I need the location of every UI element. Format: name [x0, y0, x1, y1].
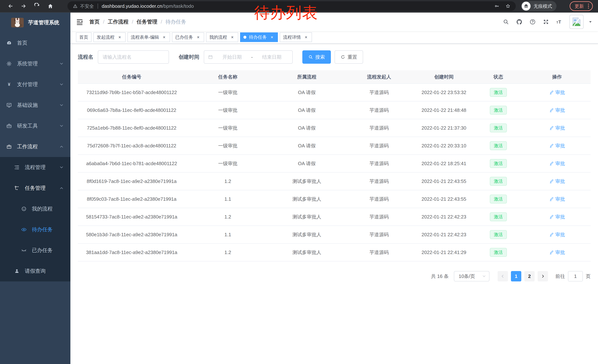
approve-button[interactable]: 审批	[549, 143, 565, 149]
tab-待办任务[interactable]: 待办任务×	[240, 32, 278, 42]
github-icon[interactable]	[516, 19, 523, 25]
breadcrumb-separator: /	[132, 19, 133, 25]
approve-button[interactable]: 审批	[549, 231, 565, 238]
cell-starter: 芋道源码	[343, 249, 415, 256]
update-button[interactable]: 更新	[570, 1, 593, 11]
table-row: 8f0d1619-7ac8-11ec-a9e2-a2380e71991a1.2测…	[78, 173, 590, 190]
browser-home-icon[interactable]	[44, 1, 57, 11]
tab-close-icon[interactable]: ×	[269, 35, 274, 40]
sidebar-item-todo-tasks[interactable]: 待办任务	[0, 219, 70, 240]
sidebar-item-workflow[interactable]: 工作流程	[0, 136, 70, 157]
page-number-1[interactable]: 1	[511, 271, 521, 281]
cell-status: 激活	[473, 194, 523, 203]
fullscreen-icon[interactable]	[543, 19, 549, 25]
sidebar-item-infrastructure[interactable]: 基础设施	[0, 95, 70, 115]
next-page-button[interactable]	[538, 271, 548, 281]
edit-icon	[549, 214, 554, 219]
browser-forward-icon[interactable]	[17, 1, 30, 11]
goto-page-input[interactable]	[568, 271, 583, 281]
calendar-icon	[208, 54, 213, 60]
avatar-caret-down-icon[interactable]	[588, 20, 592, 24]
table-header-row: 任务编号任务名称所属流程流程发起人创建时间状态操作	[78, 70, 590, 84]
yen-icon: ¥	[6, 82, 12, 87]
cell-process: OA 请假	[270, 160, 343, 167]
browser-reload-icon[interactable]	[30, 1, 44, 11]
reset-button[interactable]: 重置	[335, 50, 363, 64]
approve-button[interactable]: 审批	[549, 125, 565, 131]
help-icon[interactable]	[530, 19, 536, 25]
breadcrumb: 首页/工作流程/任务管理/待办任务	[89, 18, 186, 25]
password-key-icon[interactable]	[494, 4, 499, 9]
cell-create-time: 2022-01-22 21:37:30	[415, 125, 473, 131]
tab-我的流程[interactable]: 我的流程×	[206, 32, 238, 42]
sidebar-logo-row[interactable]: 芋道管理系统	[0, 13, 70, 32]
tab-close-icon[interactable]: ×	[230, 35, 235, 40]
browser-back-icon[interactable]	[4, 1, 17, 11]
prev-page-button[interactable]	[498, 271, 508, 281]
cell-task-id: 73211d9d-7b9b-11ec-b5b7-acde48001122	[78, 90, 185, 95]
date-range-picker[interactable]: 开始日期 - 结束日期	[204, 50, 293, 64]
approve-button[interactable]: 审批	[549, 196, 565, 202]
cell-task-name: 1.1	[185, 232, 270, 238]
breadcrumb-separator: /	[103, 19, 105, 25]
screen: 不安全 dashboard.yudao.iocoder.cn /bpm/task…	[0, 0, 598, 364]
tab-流程表单-编辑[interactable]: 流程表单-编辑×	[127, 32, 170, 42]
address-bar[interactable]: 不安全 dashboard.yudao.iocoder.cn /bpm/task…	[67, 1, 516, 11]
approve-button[interactable]: 审批	[549, 107, 565, 113]
tab-close-icon[interactable]: ×	[303, 35, 309, 40]
breadcrumb-item[interactable]: 工作流程	[108, 18, 129, 25]
page-number-2[interactable]: 2	[524, 271, 535, 281]
sidebar-item-my-process[interactable]: 我的流程	[0, 198, 70, 219]
breadcrumb-item[interactable]: 首页	[89, 18, 100, 25]
breadcrumb-item[interactable]: 任务管理	[137, 18, 158, 25]
page-size-select[interactable]: 10条/页	[454, 271, 490, 281]
status-badge: 激活	[490, 177, 507, 186]
tab-首页[interactable]: 首页	[76, 32, 91, 42]
browser-menu-icon[interactable]	[588, 4, 589, 8]
sidebar-item-payment[interactable]: ¥支付管理	[0, 74, 70, 95]
tab-发起流程[interactable]: 发起流程×	[93, 32, 126, 42]
tab-close-icon[interactable]: ×	[162, 35, 167, 40]
sidebar-item-task-mgmt[interactable]: 任务管理	[0, 178, 70, 198]
sidebar-item-system[interactable]: 系统管理	[0, 53, 70, 74]
tab-已办任务[interactable]: 已办任务×	[172, 32, 204, 42]
approve-button[interactable]: 审批	[549, 214, 565, 220]
todo-task-table: 任务编号任务名称所属流程流程发起人创建时间状态操作 73211d9d-7b9b-…	[78, 70, 590, 261]
search-button[interactable]: 搜索	[302, 50, 331, 64]
tab-流程详情[interactable]: 流程详情×	[280, 32, 312, 42]
sidebar-item-home[interactable]: 首页	[0, 32, 70, 53]
table-row: 58154733-7ac8-11ec-a9e2-a2380e71991a1.2测…	[78, 208, 590, 226]
bookmark-star-icon[interactable]	[505, 4, 511, 9]
tab-close-icon[interactable]: ×	[196, 35, 201, 40]
cell-starter: 芋道源码	[343, 125, 415, 131]
approve-button[interactable]: 审批	[549, 249, 565, 256]
cell-status: 激活	[473, 212, 523, 221]
approve-button-label: 审批	[555, 125, 565, 131]
user-avatar[interactable]	[569, 15, 583, 29]
approve-button[interactable]: 审批	[549, 160, 565, 167]
browser-chrome: 不安全 dashboard.yudao.iocoder.cn /bpm/task…	[0, 0, 598, 13]
sidebar: 芋道管理系统 首页系统管理¥支付管理基础设施研发工具工作流程流程管理任务管理我的…	[0, 13, 70, 364]
font-size-icon[interactable]: TT	[556, 19, 562, 25]
approve-button[interactable]: 审批	[549, 89, 565, 96]
sidebar-item-done-tasks[interactable]: 已办任务	[0, 240, 70, 261]
tab-close-icon[interactable]: ×	[117, 35, 122, 40]
column-header: 创建时间	[415, 74, 473, 80]
cell-status: 激活	[473, 141, 523, 150]
security-label: 不安全	[80, 3, 94, 9]
sidebar-item-leave-query[interactable]: 请假查询	[0, 261, 70, 281]
sidebar-toggle-icon[interactable]	[76, 18, 83, 25]
process-name-input[interactable]	[98, 50, 169, 64]
sidebar-item-dev-tools[interactable]: 研发工具	[0, 115, 70, 136]
refresh-icon	[341, 55, 345, 59]
cell-create-time: 2022-01-21 22:43:55	[415, 178, 473, 184]
approve-button[interactable]: 审批	[549, 178, 565, 185]
cell-process: OA 请假	[270, 143, 343, 149]
breadcrumb-separator: /	[161, 19, 162, 25]
edit-icon	[549, 108, 554, 113]
cell-task-id: a6aba0a4-7b6d-11ec-b781-acde48001122	[78, 161, 185, 166]
sidebar-item-process-mgmt[interactable]: 流程管理	[0, 157, 70, 178]
chevron-down-icon	[482, 274, 486, 278]
header-search-icon[interactable]	[503, 19, 509, 25]
sidebar-item-label: 首页	[17, 40, 27, 47]
